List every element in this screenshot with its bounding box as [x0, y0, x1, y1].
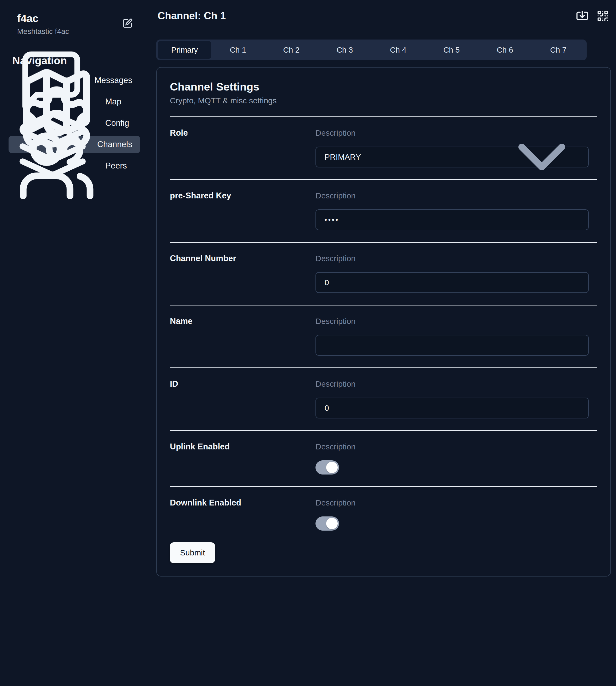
sidebar-item-label: Peers [105, 161, 127, 170]
tab-ch-4[interactable]: Ch 4 [372, 41, 425, 59]
tab-primary[interactable]: Primary [158, 41, 211, 59]
sidebar-item-label: Channels [97, 140, 132, 149]
sidebar-item-label: Config [105, 118, 129, 128]
tab-ch-6[interactable]: Ch 6 [478, 41, 532, 59]
id-input[interactable] [315, 397, 589, 418]
card-title: Channel Settings [170, 81, 597, 93]
sidebar-item-label: Map [105, 97, 121, 107]
qr-code-button[interactable] [596, 9, 609, 22]
chevron-down-icon [502, 117, 582, 197]
card-header: Channel Settings Crypto, MQTT & misc set… [170, 81, 597, 117]
edit-icon [122, 18, 133, 28]
uplink-enabled-toggle[interactable] [315, 460, 339, 475]
tab-ch-1[interactable]: Ch 1 [211, 41, 265, 59]
content-area: PrimaryCh 1Ch 2Ch 3Ch 4Ch 5Ch 6Ch 7 Chan… [149, 32, 616, 576]
channel-settings-form: RoleDescriptionPRIMARYpre-Shared KeyDesc… [170, 117, 597, 542]
field-label: ID [170, 380, 315, 418]
field-area: Description [315, 317, 589, 356]
name-input[interactable] [315, 335, 589, 356]
field-label: Role [170, 129, 315, 167]
main-header: Channel: Ch 1 [149, 0, 616, 32]
select-value: PRIMARY [325, 153, 361, 162]
pre-shared-key-input[interactable] [315, 209, 589, 230]
field-label: Uplink Enabled [170, 443, 315, 475]
page-title: Channel: Ch 1 [158, 10, 226, 22]
import-button[interactable] [576, 9, 589, 22]
field-description: Description [315, 192, 589, 200]
field-area: Description [315, 443, 589, 475]
role-select[interactable]: PRIMARY [315, 146, 589, 167]
form-row-id: IDDescription [170, 368, 597, 431]
field-description: Description [315, 443, 589, 451]
channel-number-input[interactable] [315, 272, 589, 293]
form-row-downlink-enabled: Downlink EnabledDescription [170, 487, 597, 542]
edit-device-button[interactable] [122, 18, 133, 28]
field-label: Downlink Enabled [170, 499, 315, 531]
device-name: f4ac [17, 12, 69, 25]
device-info: f4ac Meshtastic f4ac [17, 12, 69, 35]
field-area: Description [315, 380, 589, 418]
sidebar-nav: MessagesMapConfigChannelsPeers [0, 72, 149, 175]
qr-code-icon [596, 9, 609, 22]
sidebar-item-peers[interactable]: Peers [8, 157, 140, 175]
form-row-uplink-enabled: Uplink EnabledDescription [170, 431, 597, 487]
sidebar-item-label: Messages [94, 75, 132, 85]
tab-ch-5[interactable]: Ch 5 [425, 41, 478, 59]
submit-button[interactable]: Submit [170, 542, 215, 563]
field-description: Description [315, 380, 589, 388]
channel-tabs: PrimaryCh 1Ch 2Ch 3Ch 4Ch 5Ch 6Ch 7 [156, 40, 587, 60]
main-area: Channel: Ch 1 PrimaryCh 1Ch 2Ch 3Ch 4Ch … [149, 0, 616, 686]
device-subtitle: Meshtastic f4ac [17, 28, 69, 35]
card-subtitle: Crypto, MQTT & misc settings [170, 97, 597, 105]
field-area: Description [315, 192, 589, 230]
field-label: Name [170, 317, 315, 356]
form-row-role: RoleDescriptionPRIMARY [170, 117, 597, 180]
field-description: Description [315, 254, 589, 262]
app-root: f4ac Meshtastic f4ac Navigation Messages… [0, 0, 616, 686]
field-label: Channel Number [170, 254, 315, 293]
toggle-knob [326, 518, 338, 529]
field-description: Description [315, 499, 589, 507]
import-icon [576, 9, 589, 22]
sidebar-header: f4ac Meshtastic f4ac [0, 0, 149, 35]
sidebar: f4ac Meshtastic f4ac Navigation Messages… [0, 0, 149, 686]
field-label: pre-Shared Key [170, 192, 315, 230]
form-row-channel-number: Channel NumberDescription [170, 243, 597, 305]
form-row-name: NameDescription [170, 305, 597, 368]
tab-ch-2[interactable]: Ch 2 [265, 41, 318, 59]
header-actions [576, 9, 609, 22]
tab-ch-3[interactable]: Ch 3 [318, 41, 372, 59]
field-area: Description [315, 499, 589, 531]
downlink-enabled-toggle[interactable] [315, 517, 339, 531]
field-description: Description [315, 317, 589, 325]
field-area: Description [315, 254, 589, 293]
channel-settings-card: Channel Settings Crypto, MQTT & misc set… [156, 67, 611, 576]
tab-ch-7[interactable]: Ch 7 [532, 41, 585, 59]
users-icon [17, 126, 97, 206]
field-area: DescriptionPRIMARY [315, 129, 589, 167]
toggle-knob [326, 462, 338, 473]
